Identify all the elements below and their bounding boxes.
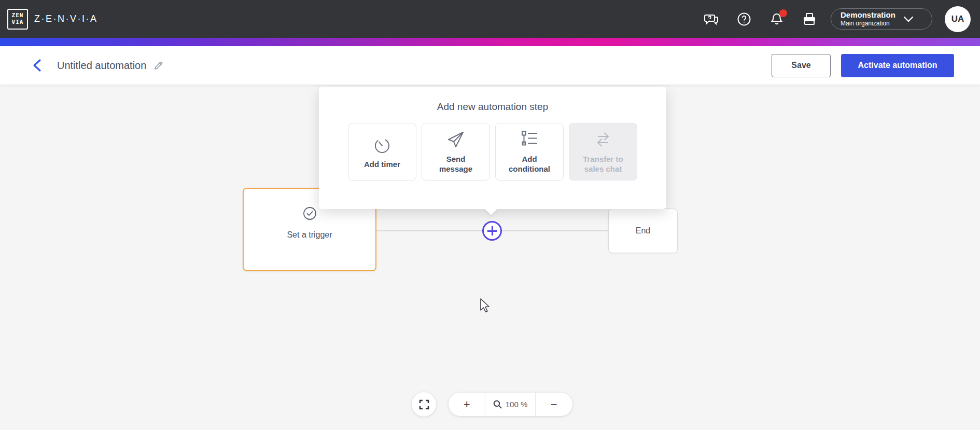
add-step-popup: Add new automation step Add timer Send m… xyxy=(319,87,666,209)
notifications-bell-icon[interactable] xyxy=(769,11,785,27)
paper-plane-icon xyxy=(445,129,466,150)
save-button[interactable]: Save xyxy=(772,54,831,77)
conditional-tree-icon xyxy=(519,129,540,150)
chevron-down-icon xyxy=(903,16,914,23)
add-timer-option[interactable]: Add timer xyxy=(348,123,416,181)
user-avatar[interactable]: UA xyxy=(945,6,971,32)
help-icon[interactable] xyxy=(736,11,752,27)
edit-title-icon[interactable] xyxy=(153,61,163,71)
fullscreen-icon xyxy=(419,399,429,410)
check-circle-icon xyxy=(303,206,317,220)
send-message-option[interactable]: Send message xyxy=(422,123,490,181)
zoom-in-button[interactable]: + xyxy=(449,393,485,416)
organization-name: Demonstration xyxy=(841,10,895,20)
mouse-cursor xyxy=(480,298,492,315)
zoom-toolbar: + 100 % − xyxy=(449,393,572,416)
popup-title: Add new automation step xyxy=(319,87,666,113)
logo-text-top: ZEN xyxy=(12,12,24,19)
automation-title: Untitled automation xyxy=(57,60,146,72)
automation-canvas[interactable]: Set a trigger End Add new automation ste… xyxy=(0,85,980,430)
topbar: ZEN VIA Z·E·N·V·I·A xyxy=(0,0,980,38)
fit-screen-button[interactable] xyxy=(412,392,436,417)
zoom-out-button[interactable]: − xyxy=(536,393,572,416)
logo-text-bottom: VIA xyxy=(12,19,24,26)
organization-switcher[interactable]: Demonstration Main organization xyxy=(831,8,932,30)
swap-arrows-icon xyxy=(593,129,613,150)
notification-badge xyxy=(779,9,787,17)
printer-icon[interactable] xyxy=(802,11,817,27)
zoom-level-indicator: 100 % xyxy=(485,393,535,416)
activate-automation-button[interactable]: Activate automation xyxy=(841,54,954,77)
organization-subtitle: Main organization xyxy=(841,20,895,27)
zenvia-logo-icon: ZEN VIA xyxy=(7,9,28,30)
trigger-node-label: Set a trigger xyxy=(287,230,332,240)
transfer-sales-chat-option: Transfer to sales chat xyxy=(569,123,637,181)
back-button[interactable] xyxy=(30,58,45,73)
zoom-level-value: 100 % xyxy=(506,400,528,409)
end-node[interactable]: End xyxy=(608,209,678,253)
brand-gradient-strip xyxy=(0,38,980,46)
popup-options-row: Add timer Send message Add con xyxy=(319,123,666,181)
support-chat-icon[interactable] xyxy=(704,11,719,27)
add-step-plus-button[interactable] xyxy=(482,221,502,241)
add-conditional-option[interactable]: Add conditional xyxy=(495,123,564,181)
automation-header: Untitled automation Save Activate automa… xyxy=(0,46,980,85)
brand-wordmark: Z·E·N·V·I·A xyxy=(34,13,97,24)
timer-icon xyxy=(372,134,393,155)
magnifier-icon xyxy=(493,400,502,409)
